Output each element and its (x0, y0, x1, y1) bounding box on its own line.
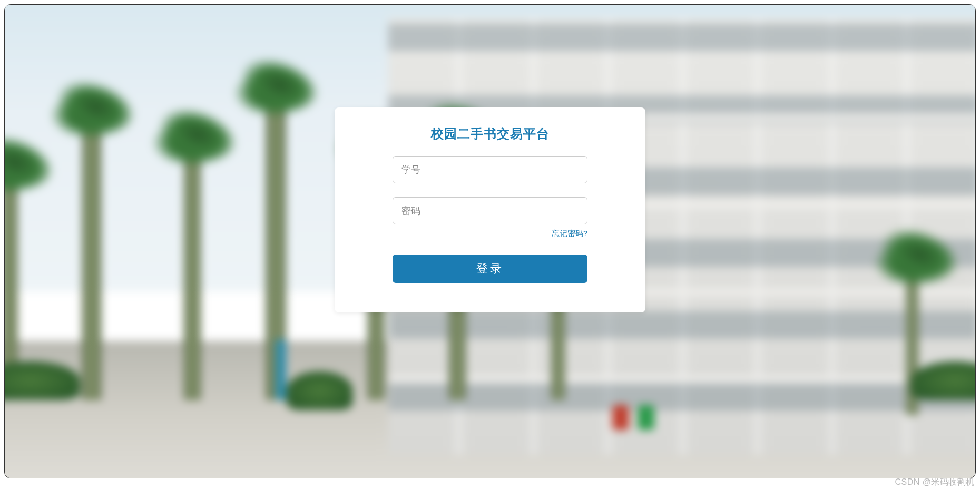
forgot-password-link[interactable]: 忘记密码? (393, 229, 587, 239)
password-input[interactable] (393, 197, 587, 224)
student-id-input[interactable] (393, 156, 587, 183)
login-card: 校园二手书交易平台 忘记密码? 登录 (335, 107, 645, 312)
login-title: 校园二手书交易平台 (335, 125, 645, 142)
watermark-text: CSDN @米码收割机 (895, 477, 975, 488)
login-button[interactable]: 登录 (393, 255, 587, 283)
app-frame: 校园二手书交易平台 忘记密码? 登录 (4, 4, 976, 478)
